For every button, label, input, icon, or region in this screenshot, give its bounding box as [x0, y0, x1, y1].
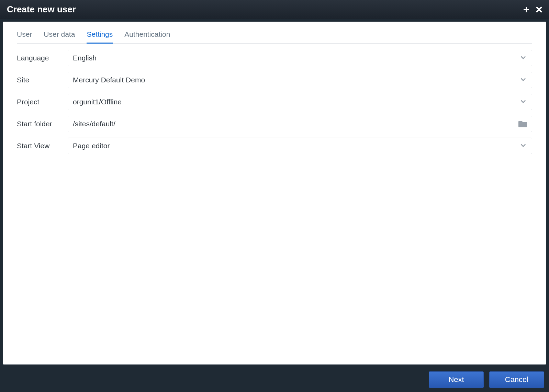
- label-start-view: Start View: [17, 142, 68, 150]
- language-select[interactable]: English: [68, 50, 532, 66]
- svg-marker-2: [536, 7, 542, 13]
- label-site: Site: [17, 76, 68, 84]
- start-folder-value[interactable]: /sites/default/: [68, 116, 514, 132]
- project-select[interactable]: orgunit1/Offline: [68, 94, 532, 110]
- row-language: Language English: [17, 50, 532, 66]
- row-start-folder: Start folder /sites/default/: [17, 116, 532, 132]
- start-folder-input[interactable]: /sites/default/: [68, 116, 532, 132]
- start-view-value[interactable]: Page editor: [68, 138, 514, 154]
- tab-bar: User User data Settings Authentication: [17, 28, 532, 44]
- row-site: Site Mercury Default Demo: [17, 72, 532, 88]
- folder-icon: [518, 120, 527, 128]
- tab-user[interactable]: User: [17, 28, 32, 44]
- settings-form: Language English Site Mercury Default De…: [17, 50, 532, 154]
- start-view-select[interactable]: Page editor: [68, 138, 532, 154]
- tab-user-data[interactable]: User data: [44, 28, 75, 44]
- close-icon: [536, 7, 542, 13]
- close-button[interactable]: [536, 7, 542, 13]
- svg-rect-1: [524, 9, 529, 10]
- cancel-button[interactable]: Cancel: [489, 371, 544, 388]
- language-dropdown-trigger[interactable]: [514, 50, 532, 66]
- label-project: Project: [17, 98, 68, 106]
- dialog-footer: Next Cancel: [0, 367, 549, 392]
- site-dropdown-trigger[interactable]: [514, 72, 532, 88]
- start-view-dropdown-trigger[interactable]: [514, 138, 532, 154]
- chevron-down-icon: [519, 98, 527, 106]
- add-button[interactable]: [523, 6, 530, 13]
- site-value[interactable]: Mercury Default Demo: [68, 72, 514, 88]
- plus-icon: [523, 6, 530, 13]
- dialog-title: Create new user: [7, 4, 76, 15]
- label-start-folder: Start folder: [17, 120, 68, 128]
- chevron-down-icon: [519, 142, 527, 150]
- titlebar-actions: [523, 6, 542, 13]
- site-select[interactable]: Mercury Default Demo: [68, 72, 532, 88]
- dialog-titlebar: Create new user: [0, 0, 549, 19]
- project-dropdown-trigger[interactable]: [514, 94, 532, 110]
- language-value[interactable]: English: [68, 50, 514, 66]
- row-project: Project orgunit1/Offline: [17, 94, 532, 110]
- chevron-down-icon: [519, 54, 527, 62]
- tab-authentication[interactable]: Authentication: [124, 28, 170, 44]
- next-button[interactable]: Next: [429, 371, 484, 388]
- dialog-body-outer: User User data Settings Authentication L…: [0, 19, 549, 367]
- label-language: Language: [17, 54, 68, 62]
- tab-settings[interactable]: Settings: [87, 28, 113, 44]
- row-start-view: Start View Page editor: [17, 138, 532, 154]
- project-value[interactable]: orgunit1/Offline: [68, 94, 514, 110]
- chevron-down-icon: [519, 76, 527, 84]
- start-folder-browse-trigger[interactable]: [514, 116, 532, 132]
- dialog-panel: User User data Settings Authentication L…: [3, 22, 546, 365]
